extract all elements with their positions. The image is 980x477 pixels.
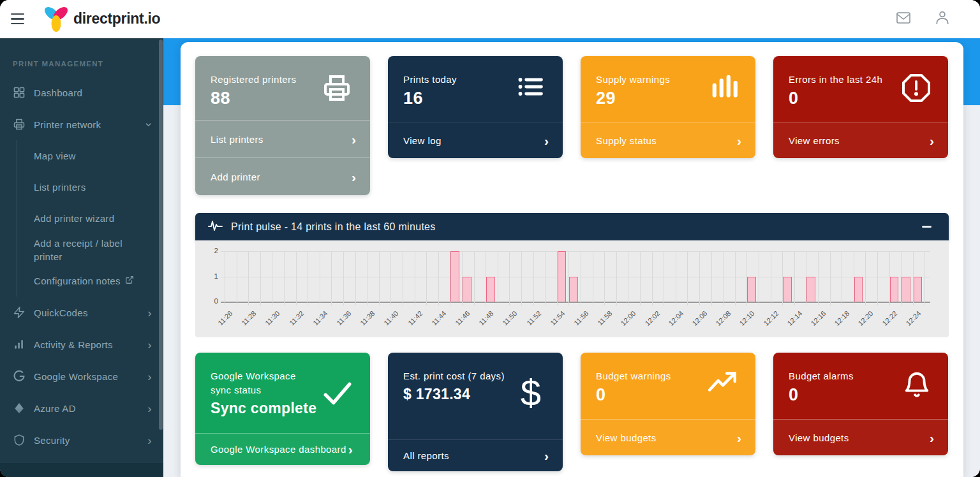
add-printer-link[interactable]: Add printer›: [195, 158, 370, 195]
chevron-down-icon: ›: [144, 122, 156, 127]
pulse-bar-12:13: [783, 277, 792, 302]
sidebar-item-dashboard[interactable]: Dashboard: [0, 77, 163, 108]
view-budgets-link[interactable]: View budgets›: [581, 419, 755, 455]
x-tick-label: 12:12: [762, 309, 780, 327]
menu-icon[interactable]: [11, 13, 26, 25]
print-pulse-chart: 01211:2611:2811:3011:3211:3411:3611:3811…: [195, 240, 949, 337]
gridline: [699, 251, 700, 305]
sidebar-bottom-strip: [0, 463, 163, 477]
gridline: [237, 251, 237, 305]
x-tick-label: 11:46: [454, 309, 471, 327]
printer-icon: [13, 118, 26, 131]
gridline: [628, 251, 628, 305]
gridline: [687, 251, 688, 305]
dashboard-panel: Registered printers 88 List printers› Ad…: [181, 42, 963, 477]
brand-logo[interactable]: directprint.io: [41, 4, 160, 34]
sidebar-scrollbar[interactable]: [159, 40, 163, 430]
x-tick-label: 11:56: [572, 309, 590, 327]
sidebar: PRINT MANAGEMENT DashboardPrinter networ…: [0, 38, 163, 477]
gridline: [711, 251, 712, 305]
pulse-bar-12:19: [854, 277, 863, 302]
sidebar-item-list-printers[interactable]: List printers: [17, 172, 163, 203]
sidebar-nav: DashboardPrinter network›Map viewList pr…: [0, 77, 163, 456]
sidebar-item-add-printer-wizard[interactable]: Add printer wizard: [17, 203, 163, 234]
x-tick-label: 11:34: [311, 309, 329, 327]
print-pulse-panel: Print pulse - 14 prints in the last 60 m…: [195, 213, 949, 337]
card-print-cost: Est. print cost (7 days) $ 1731.34 $ All…: [388, 353, 563, 471]
x-tick-label: 12:08: [715, 309, 732, 327]
x-tick-label: 12:04: [667, 309, 685, 327]
gridline: [331, 251, 332, 305]
gridline: [664, 251, 664, 305]
gridline: [604, 251, 605, 305]
sidebar-item-label: List printers: [34, 180, 85, 194]
sidebar-item-add-a-receipt-label-printer[interactable]: Add a receipt / label printer: [17, 234, 163, 265]
all-reports-link[interactable]: All reports›: [388, 439, 563, 471]
print-pulse-header: Print pulse - 14 prints in the last 60 m…: [195, 213, 949, 240]
sidebar-item-azure-ad[interactable]: Azure AD›: [0, 392, 163, 424]
gridline: [498, 251, 498, 305]
sidebar-item-label: Map view: [34, 149, 76, 163]
x-tick-label: 11:54: [549, 309, 566, 327]
gridline: [581, 251, 581, 305]
gridline: [367, 251, 368, 305]
check-icon: [322, 381, 353, 409]
supply-status-link[interactable]: Supply status›: [581, 122, 755, 158]
x-tick-label: 12:02: [643, 309, 661, 327]
x-tick-label: 11:26: [216, 309, 234, 327]
mail-icon[interactable]: [895, 10, 912, 28]
sidebar-item-security[interactable]: Security›: [0, 424, 163, 456]
gridline: [296, 251, 297, 305]
gridline: [272, 251, 272, 305]
card-title: Google Workspace sync status: [211, 369, 316, 397]
activity-icon: [13, 338, 26, 351]
pulse-bar-12:10: [747, 277, 756, 302]
sidebar-item-google-workspace[interactable]: Google Workspace›: [0, 360, 163, 392]
collapse-icon[interactable]: [922, 222, 933, 232]
x-tick-label: 11:58: [596, 309, 613, 327]
card-budget-alarms: Budget alarms 0 View budgets›: [773, 353, 948, 455]
gridline: [771, 251, 771, 305]
gridline: [818, 251, 819, 305]
gridline: [509, 251, 510, 305]
gridline: [533, 251, 534, 305]
gridline: [438, 251, 439, 305]
gridline: [842, 251, 842, 305]
x-tick-label: 12:16: [810, 309, 828, 327]
x-tick-label: 12:22: [880, 309, 898, 327]
card-supply-warnings: Supply warnings 29 Supply stat: [581, 56, 755, 158]
google-workspace-dashboard-link[interactable]: Google Workspace dashboard›: [195, 433, 370, 465]
x-tick-label: 12:14: [785, 309, 803, 327]
gridline: [415, 251, 415, 305]
card-prints-today: Prints today 16 View log›: [388, 56, 563, 158]
card-registered-printers: Registered printers 88 List printers› Ad…: [195, 56, 370, 195]
view-budgets-link[interactable]: View budgets›: [773, 419, 948, 455]
sidebar-item-quickcodes[interactable]: QuickCodes›: [0, 297, 163, 328]
gridline: [474, 251, 475, 305]
sidebar-item-printer-network[interactable]: Printer network›: [0, 108, 163, 140]
chevron-right-icon: ›: [147, 434, 152, 446]
gridline: [260, 251, 261, 305]
x-tick-label: 11:36: [335, 309, 352, 327]
gridline: [521, 251, 522, 305]
view-errors-link[interactable]: View errors›: [773, 122, 948, 158]
y-tick-label: 2: [202, 247, 218, 254]
sidebar-item-label: Security: [34, 434, 147, 447]
x-tick-label: 11:32: [288, 309, 305, 327]
chevron-right-icon: ›: [147, 307, 152, 319]
user-icon[interactable]: [934, 10, 951, 29]
list-printers-link[interactable]: List printers›: [195, 120, 370, 158]
sidebar-item-configuration-notes[interactable]: Configuration notes: [17, 265, 163, 297]
view-log-link[interactable]: View log›: [388, 122, 563, 158]
gridline: [924, 251, 925, 305]
external-link-icon: [125, 275, 134, 286]
grid-icon: [13, 86, 26, 99]
sidebar-item-activity-reports[interactable]: Activity & Reports›: [0, 328, 163, 360]
gridline: [379, 251, 380, 305]
gridline: [865, 251, 866, 305]
sidebar-item-label: Add a receipt / label printer: [34, 237, 146, 263]
sidebar-item-map-view[interactable]: Map view: [17, 140, 163, 172]
gridline: [355, 251, 356, 305]
x-tick-label: 11:30: [264, 309, 281, 327]
gridline: [248, 251, 249, 305]
